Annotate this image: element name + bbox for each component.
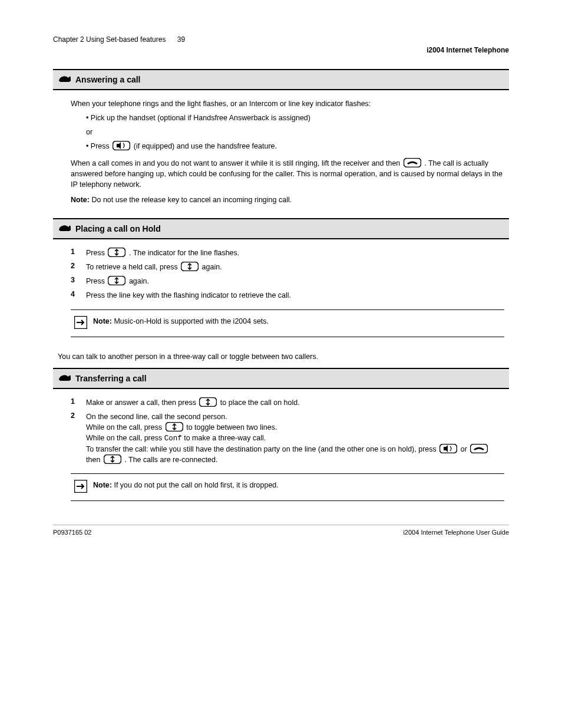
release-icon (469, 445, 489, 453)
step-text: On the second line, call the second pers… (86, 411, 504, 466)
step-number: 2 (71, 411, 86, 420)
section-title: Placing a call on Hold (75, 224, 161, 233)
arrow-icon (74, 480, 87, 495)
chapter-line: Chapter 2 Using Set-based features 39 (53, 35, 509, 44)
section-header-transfer: Transferring a call (53, 369, 509, 389)
step-row: 3 Press again. (71, 276, 504, 286)
step-row: 4 Press the line key with the flashing i… (71, 290, 504, 301)
section-body-transfer: 1 Make or answer a call, then press to p… (53, 389, 509, 508)
section-header-answering: Answering a call (53, 70, 509, 90)
section-header-hold: Placing a call on Hold (53, 219, 509, 239)
bullet-a: Pick up the handset (optional if Handsfr… (91, 114, 310, 122)
step-text: Press again. (86, 276, 504, 286)
step-text: Press . The indicator for the line flash… (86, 248, 504, 258)
hold-icon (103, 456, 124, 464)
step-text: To retrieve a held call, press again. (86, 262, 504, 272)
release-icon (402, 159, 424, 167)
or-line: or (86, 127, 504, 137)
page-footer: P0937165 02 i2004 Internet Telephone Use… (53, 525, 509, 536)
section-hold: Placing a call on Hold 1 Press . The ind… (53, 218, 509, 343)
step-row: 2 On the second line, call the second pe… (71, 411, 504, 466)
pre-transfer-text: You can talk to another person in a thre… (53, 343, 509, 364)
speaker-icon (111, 142, 133, 150)
bullet-line: • Pick up the handset (optional if Hands… (86, 113, 504, 123)
arrow-icon (74, 316, 87, 331)
hold-icon (198, 398, 220, 407)
speaker-icon (438, 445, 460, 453)
note-block: Note: If you do not put the call on hold… (71, 473, 504, 501)
hold-icon (180, 263, 201, 271)
intro-text: When your telephone rings and the light … (71, 98, 504, 109)
doc-title: i2004 Internet Telephone (53, 46, 509, 54)
footer-right: i2004 Internet Telephone User Guide (403, 529, 509, 536)
note-text: Note: If you do not put the call on hold… (93, 480, 501, 490)
step-number: 2 (71, 262, 86, 270)
section-body-answering: When your telephone rings and the light … (53, 90, 509, 215)
section1-note: Note: Do not use the release key to canc… (71, 195, 504, 205)
step-number: 4 (71, 290, 86, 298)
section-body-hold: 1 Press . The indicator for the line fla… (53, 239, 509, 343)
hold-icon (107, 249, 128, 257)
step-number: 1 (71, 248, 86, 256)
hold-icon (107, 277, 128, 285)
step-2d: To transfer the call: while you still ha… (86, 444, 504, 465)
after-text: When a call comes in and you do not want… (71, 158, 504, 190)
step-2c: While on the call, press Conf to make a … (86, 433, 504, 444)
page-container: Chapter 2 Using Set-based features 39 i2… (0, 0, 562, 559)
step-row: 1 Make or answer a call, then press to p… (71, 397, 504, 408)
step-2b: While on the call, press to toggle betwe… (86, 422, 504, 433)
note-block: Note: Music-on-Hold is supported with th… (71, 309, 504, 337)
page-number: 39 (174, 35, 185, 44)
svg-rect-11 (440, 444, 457, 453)
step-number: 3 (71, 276, 86, 284)
step-row: 1 Press . The indicator for the line fla… (71, 248, 504, 258)
phone-icon (58, 222, 72, 235)
bullet-b: • Press (if equipped) and use the handsf… (86, 141, 504, 151)
section-title: Answering a call (75, 75, 140, 84)
note-text: Note: Music-on-Hold is supported with th… (93, 316, 501, 327)
step-row: 2 To retrieve a held call, press again. (71, 262, 504, 272)
step-text: Make or answer a call, then press to pla… (86, 397, 504, 408)
section-answering: Answering a call When your telephone rin… (53, 69, 509, 215)
svg-rect-1 (113, 141, 130, 150)
phone-icon (58, 372, 72, 385)
section-title: Transferring a call (75, 374, 147, 383)
hold-icon (164, 423, 186, 431)
svg-rect-3 (60, 230, 70, 231)
chapter-text: Chapter 2 Using Set-based features (53, 35, 166, 44)
svg-rect-0 (60, 81, 70, 82)
svg-rect-8 (60, 380, 70, 381)
footer-left: P0937165 02 (53, 529, 91, 536)
phone-icon (58, 73, 72, 86)
step-number: 1 (71, 397, 86, 406)
section-transfer: Transferring a call 1 Make or answer a c… (53, 368, 509, 508)
step-text: Press the line key with the flashing ind… (86, 290, 504, 301)
